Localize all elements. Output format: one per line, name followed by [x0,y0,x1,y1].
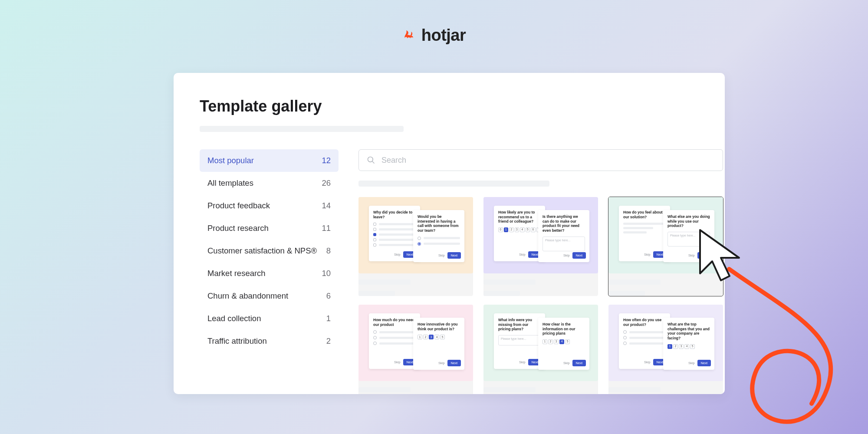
search-box[interactable] [358,149,723,171]
template-card[interactable]: How often do you use our product? SkipNe… [608,305,723,394]
sidebar-item-count: 14 [322,201,331,211]
mini-survey-card: What info were you missing from our pric… [494,313,545,369]
sidebar-item-count: 6 [326,291,331,301]
brand-logo: hotjar [0,26,868,45]
mini-skip: Skip [438,361,445,365]
sidebar-item-label: Traffic attribution [207,336,326,346]
card-preview: Why did you decide to leave? SkipNext [358,197,473,273]
card-subtitle-skeleton [358,291,395,296]
sidebar-item-all-templates[interactable]: All templates 26 [200,172,339,194]
mini-question: How likely are you to recommend us to a … [498,210,541,224]
template-card[interactable]: How likely are you to recommend us to a … [483,197,598,296]
subtitle-skeleton [200,126,404,132]
mini-textarea: Please type here... [542,237,585,251]
sidebar-item-label: All templates [207,178,322,188]
mini-next: Next [447,252,461,259]
mini-skip: Skip [563,361,570,365]
mini-skip: Skip [438,253,445,257]
sidebar-item-label: Lead collection [207,313,326,324]
page-title: Template gallery [200,97,699,115]
sidebar-item-label: Customer satisfaction & NPS® [207,246,326,256]
card-title-skeleton [608,387,661,392]
main-content: Why did you decide to leave? SkipNext [358,149,723,394]
mini-survey-card: What else are you doing while you use ou… [663,210,714,262]
sidebar-item-csat-nps[interactable]: Customer satisfaction & NPS® 8 [200,240,339,262]
mini-question: Would you be interested in having a call… [418,214,460,233]
card-preview: How likely are you to recommend us to a … [483,197,598,273]
template-card[interactable]: What info were you missing from our pric… [483,305,598,394]
sidebar-item-count: 26 [322,178,331,188]
card-title-skeleton [358,279,411,285]
sidebar-item-churn-abandonment[interactable]: Churn & abandonment 6 [200,285,339,307]
sidebar-item-count: 8 [326,246,331,256]
decorative-swirl-icon [712,260,868,434]
sidebar-item-count: 1 [326,313,331,324]
mini-question: How innovative do you think our product … [418,322,460,331]
mini-skip: Skip [644,253,651,256]
mini-textarea: Please type here... [667,232,710,247]
mini-question: What else are you doing while you use ou… [667,214,710,228]
mini-skip: Skip [688,361,695,365]
sidebar-item-label: Product research [207,223,322,233]
mini-question: How do you feel about our solution? [623,210,666,219]
mini-next: Next [697,252,711,259]
mini-survey-card: Is there anything we can do to make our … [538,210,589,262]
sidebar-item-label: Most popular [207,155,322,166]
sidebar-item-label: Product feedback [207,201,322,211]
sidebar-item-count: 10 [322,268,331,279]
sidebar-item-most-popular[interactable]: Most popular 12 [200,149,339,172]
card-title-skeleton [483,387,536,392]
svg-point-0 [368,157,373,162]
mini-survey-card: How do you feel about our solution? Skip… [619,206,670,261]
mini-next: Next [572,252,586,259]
category-sidebar: Most popular 12 All templates 26 Product… [200,149,339,394]
sidebar-item-count: 12 [322,155,331,166]
mini-question: How clear is the information on our pric… [542,322,585,336]
mini-skip: Skip [519,253,526,256]
sidebar-item-lead-collection[interactable]: Lead collection 1 [200,307,339,330]
mini-question: Is there anything we can do to make our … [542,214,585,233]
mini-question: What info were you missing from our pric… [498,318,541,332]
mini-survey-card: Would you be interested in having a call… [413,210,464,262]
brand-name: hotjar [421,26,466,45]
mini-skip: Skip [519,360,526,364]
sidebar-item-product-feedback[interactable]: Product feedback 14 [200,194,339,217]
card-preview: How do you feel about our solution? Skip… [608,197,723,273]
mini-textarea: Please type here... [498,335,541,345]
section-header-skeleton [358,181,549,187]
mini-survey-card: How often do you use our product? SkipNe… [619,313,670,369]
template-grid: Why did you decide to leave? SkipNext [358,197,723,394]
sidebar-item-count: 11 [322,223,331,233]
mini-skip: Skip [394,253,401,256]
sidebar-item-product-research[interactable]: Product research 11 [200,217,339,240]
mini-next: Next [697,360,711,366]
sidebar-item-market-research[interactable]: Market research 10 [200,262,339,285]
template-card[interactable]: Why did you decide to leave? SkipNext [358,197,473,296]
card-title-skeleton [483,279,536,285]
card-preview: What info were you missing from our pric… [483,305,598,381]
search-icon [367,156,375,164]
sidebar-item-traffic-attribution[interactable]: Traffic attribution 2 [200,330,339,352]
mini-question: What are the top challenges that you and… [667,322,710,341]
search-input[interactable] [381,156,715,165]
card-subtitle-skeleton [483,291,520,296]
card-title-skeleton [608,279,661,285]
mini-next: Next [447,360,461,366]
mini-skip: Skip [688,253,695,257]
mini-question: Why did you decide to leave? [373,210,416,219]
mini-skip: Skip [563,253,570,257]
template-gallery-panel: Template gallery Most popular 12 All tem… [174,73,725,394]
card-preview: How often do you use our product? SkipNe… [608,305,723,381]
mini-skip: Skip [394,360,401,364]
mini-survey-card: How clear is the information on our pric… [538,318,589,370]
sidebar-item-label: Churn & abandonment [207,291,326,301]
template-card[interactable]: How much do you need our product SkipNex… [358,305,473,394]
card-preview: How much do you need our product SkipNex… [358,305,473,381]
hotjar-flame-icon [402,29,415,42]
mini-skip: Skip [644,360,651,364]
mini-survey-card: Why did you decide to leave? SkipNext [369,206,420,261]
svg-line-1 [372,161,375,164]
card-subtitle-skeleton [608,291,645,296]
mini-question: How much do you need our product [373,318,416,327]
template-card-selected[interactable]: How do you feel about our solution? Skip… [608,197,723,296]
